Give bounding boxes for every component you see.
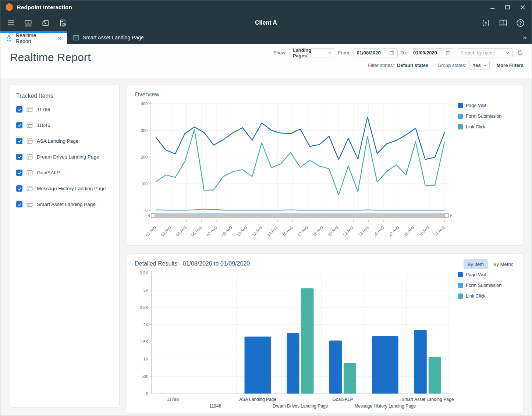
landing-page-icon xyxy=(26,138,33,145)
landing-page-icon xyxy=(26,122,33,129)
tab-realtime-report[interactable]: Realtime Report ✕ xyxy=(0,31,67,44)
to-date-input[interactable]: 01/09/2020 xyxy=(410,48,454,57)
legend-swatch xyxy=(458,124,463,129)
scrollbar-right-handle[interactable] xyxy=(445,214,448,217)
tab-smart-asset-landing-page[interactable]: Smart Asset Landing Page xyxy=(67,31,149,44)
by-metric-button[interactable]: By Metric xyxy=(489,259,517,269)
tracked-item: Smart Asset Landing Page xyxy=(16,201,113,208)
tracked-item-label: 11798 xyxy=(37,107,50,112)
tab-overflow-chevron[interactable]: » xyxy=(518,31,532,44)
svg-text:300: 300 xyxy=(141,128,148,133)
svg-text:0: 0 xyxy=(145,208,148,213)
tab-bar: Realtime Report ✕ Smart Asset Landing Pa… xyxy=(0,31,532,44)
svg-text:12 Aug: 12 Aug xyxy=(251,225,263,237)
legend-item-form-submission[interactable]: Form Submission xyxy=(458,283,516,288)
help-icon[interactable]: ? xyxy=(516,18,525,28)
tracked-item: 11846 xyxy=(16,122,113,129)
checkbox-checked[interactable] xyxy=(16,185,22,192)
group-states-select[interactable]: Yes xyxy=(469,61,490,70)
tracked-item-label: ASA Landing Page xyxy=(37,138,78,144)
checkbox-checked[interactable] xyxy=(16,201,22,207)
line-series-page-visit xyxy=(156,117,444,160)
checkbox-checked[interactable] xyxy=(16,170,22,176)
legend-swatch xyxy=(458,114,463,119)
minimize-button[interactable] xyxy=(490,5,495,10)
svg-text:04 Aug: 04 Aug xyxy=(175,225,187,237)
chevron-down-icon xyxy=(328,51,332,55)
legend-swatch xyxy=(458,283,463,288)
svg-text:22 Aug: 22 Aug xyxy=(342,225,354,237)
svg-text:1.5K: 1.5K xyxy=(140,339,148,344)
checkbox-checked[interactable] xyxy=(16,154,22,160)
search-by-name-select[interactable] xyxy=(457,48,513,57)
to-label: To: xyxy=(401,50,407,56)
refresh-icon[interactable] xyxy=(517,49,524,56)
svg-text:28 Aug: 28 Aug xyxy=(403,225,415,237)
tracked-item: Message History Landing Page xyxy=(16,185,113,192)
group-states-label: Group states: xyxy=(437,63,466,68)
svg-text:GoalSALP: GoalSALP xyxy=(332,397,353,402)
checkbox-checked[interactable] xyxy=(16,122,22,128)
tracked-item-label: GoalSALP xyxy=(37,170,60,175)
svg-text:20 Aug: 20 Aug xyxy=(327,225,339,237)
legend-item-page-visit[interactable]: Page Visit xyxy=(458,272,516,277)
tracked-item: ASA Landing Page xyxy=(16,138,113,145)
from-label: From: xyxy=(338,50,351,56)
svg-text:ASA Landing Page: ASA Landing Page xyxy=(239,397,276,402)
legend-item-link-click[interactable]: Link Click xyxy=(458,294,516,299)
chart-scrollbar-track[interactable] xyxy=(151,213,449,218)
svg-text:11846: 11846 xyxy=(209,403,221,409)
hamburger-menu-icon[interactable] xyxy=(7,19,15,27)
bar-page-visit xyxy=(329,341,342,394)
landing-page-icon xyxy=(26,185,33,192)
overview-legend: Page Visit Form Submission Link Click xyxy=(454,100,516,241)
legend-item-link-click[interactable]: Link Click xyxy=(458,124,516,129)
line-series-link-click xyxy=(156,129,444,195)
checkbox-checked[interactable] xyxy=(16,138,22,144)
export-icon[interactable] xyxy=(41,19,50,27)
legend-swatch xyxy=(458,272,463,277)
close-tab-icon[interactable]: ✕ xyxy=(57,35,62,42)
scrollbar-left-handle[interactable] xyxy=(151,214,155,217)
svg-text:0: 0 xyxy=(146,391,148,396)
scheduled-reports-icon[interactable] xyxy=(58,19,67,27)
more-filters-button[interactable]: More Filters xyxy=(496,63,524,68)
svg-text:3.5K: 3.5K xyxy=(140,271,148,275)
documentation-icon[interactable] xyxy=(499,18,508,28)
tab-label: Smart Asset Landing Page xyxy=(83,35,144,40)
svg-text:200: 200 xyxy=(141,155,148,159)
legend-item-page-visit[interactable]: Page Visit xyxy=(458,103,516,108)
svg-text:09 Aug: 09 Aug xyxy=(221,225,233,237)
calendar-icon xyxy=(389,50,394,56)
tracked-items-title: Tracked Items xyxy=(16,93,113,99)
landing-page-icon xyxy=(26,106,33,113)
overview-line-chart: 010020030040001 Aug02 Aug04 Aug05 Aug07 … xyxy=(133,100,454,241)
scrollbar-right-arrow[interactable] xyxy=(450,214,452,217)
bar-page-visit xyxy=(414,330,427,394)
scrollbar-left-arrow[interactable] xyxy=(148,214,150,217)
bar-link-click xyxy=(301,288,314,394)
tracked-item: GoalSALP xyxy=(16,169,113,176)
workspace-icon[interactable] xyxy=(24,19,32,27)
svg-text:Dream Drives Landing Page: Dream Drives Landing Page xyxy=(273,403,328,409)
search-input[interactable] xyxy=(460,50,501,56)
maximize-button[interactable] xyxy=(505,5,510,10)
legend-item-form-submission[interactable]: Form Submission xyxy=(458,114,516,119)
svg-text:?: ? xyxy=(519,20,522,26)
line-series-form-submission xyxy=(156,209,444,210)
divider xyxy=(433,63,433,68)
from-date-input[interactable]: 01/08/2020 xyxy=(354,48,398,57)
bar-page-visit xyxy=(287,333,299,394)
landing-page-icon xyxy=(26,153,33,160)
show-select[interactable]: Landing Pages xyxy=(290,48,335,57)
svg-text:1K: 1K xyxy=(143,357,149,361)
by-item-button[interactable]: By Item xyxy=(464,259,488,269)
sync-icon[interactable] xyxy=(481,18,490,28)
detailed-bar-chart: 05001K1.5K2K2.5K3K3.5K1179811846ASA Land… xyxy=(133,269,454,410)
close-window-button[interactable] xyxy=(520,5,525,10)
overview-card: Overview 010020030040001 Aug02 Aug04 Aug… xyxy=(127,84,524,245)
legend-swatch xyxy=(458,103,463,108)
to-date-value: 01/09/2020 xyxy=(413,50,437,56)
svg-text:Smart Asset Landing Page: Smart Asset Landing Page xyxy=(401,397,454,402)
checkbox-checked[interactable] xyxy=(16,106,22,113)
